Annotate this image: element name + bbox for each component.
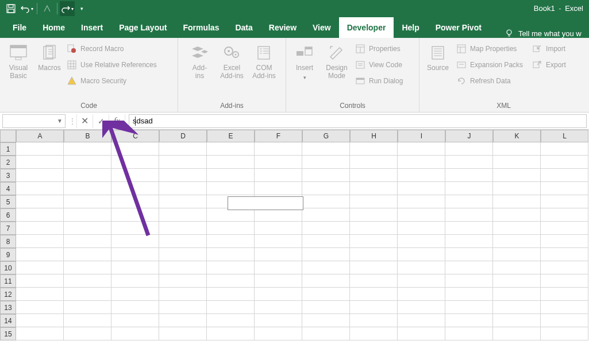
cell[interactable] <box>111 235 159 248</box>
column-header[interactable]: J <box>445 130 493 142</box>
cell[interactable] <box>445 142 493 156</box>
cell[interactable] <box>111 248 159 261</box>
view-code-button[interactable]: View Code <box>354 59 404 71</box>
cell[interactable] <box>398 288 445 301</box>
cell[interactable] <box>16 288 64 301</box>
cell[interactable] <box>64 156 111 169</box>
cell[interactable] <box>302 327 350 340</box>
tab-review[interactable]: Review <box>261 17 305 38</box>
map-properties-button[interactable]: Map Properties <box>455 42 524 55</box>
source-button[interactable]: Source <box>423 40 453 72</box>
undo-button[interactable]: ▾ <box>20 1 34 16</box>
cell[interactable] <box>207 327 255 340</box>
cell[interactable] <box>445 195 493 208</box>
cell[interactable] <box>111 314 159 327</box>
cell[interactable] <box>493 274 541 288</box>
cell[interactable] <box>159 314 207 327</box>
cell[interactable] <box>398 327 445 340</box>
cell[interactable] <box>493 235 541 248</box>
row-header[interactable]: 2 <box>0 156 16 169</box>
cell[interactable] <box>64 222 111 235</box>
cell[interactable] <box>541 301 588 314</box>
enter-button[interactable]: ✓ <box>93 114 109 128</box>
cell[interactable] <box>350 208 398 222</box>
column-header[interactable]: C <box>111 130 159 142</box>
cell[interactable] <box>255 235 302 248</box>
cell[interactable] <box>255 274 302 288</box>
cell[interactable] <box>16 235 64 248</box>
cell[interactable] <box>159 195 207 208</box>
cell[interactable] <box>445 261 493 274</box>
cell[interactable] <box>445 222 493 235</box>
cell[interactable] <box>159 301 207 314</box>
export-button[interactable]: Export <box>531 59 567 71</box>
cell[interactable] <box>493 156 541 169</box>
cell[interactable] <box>159 208 207 222</box>
tab-page-layout[interactable]: Page Layout <box>111 17 175 38</box>
cell[interactable] <box>64 208 111 222</box>
cell[interactable] <box>493 248 541 261</box>
name-box[interactable]: ▼ <box>2 114 66 128</box>
redo-button[interactable]: ▾ <box>60 1 75 16</box>
cell[interactable] <box>64 182 111 195</box>
cell[interactable] <box>159 327 207 340</box>
cell[interactable] <box>445 301 493 314</box>
row-header[interactable]: 13 <box>0 301 16 314</box>
cell[interactable] <box>64 235 111 248</box>
column-header[interactable]: G <box>302 130 350 142</box>
cell[interactable] <box>541 327 588 340</box>
cell[interactable] <box>493 195 541 208</box>
cell[interactable] <box>350 169 398 182</box>
cell[interactable] <box>350 314 398 327</box>
tab-data[interactable]: Data <box>227 17 260 38</box>
cell[interactable] <box>111 288 159 301</box>
cell[interactable] <box>207 182 255 195</box>
cell[interactable] <box>445 208 493 222</box>
row-header[interactable]: 3 <box>0 169 16 182</box>
row-header[interactable]: 5 <box>0 195 16 208</box>
tab-view[interactable]: View <box>305 17 339 38</box>
cell[interactable] <box>207 288 255 301</box>
cell[interactable] <box>493 301 541 314</box>
row-header[interactable]: 14 <box>0 314 16 327</box>
name-box-dropdown-icon[interactable]: ▼ <box>57 118 63 124</box>
column-header[interactable]: I <box>398 130 445 142</box>
cell[interactable] <box>207 261 255 274</box>
cell[interactable] <box>445 169 493 182</box>
cell[interactable] <box>350 142 398 156</box>
design-mode-button[interactable]: Design Mode <box>322 40 352 80</box>
row-header[interactable]: 15 <box>0 327 16 340</box>
row-header[interactable]: 7 <box>0 222 16 235</box>
cell[interactable] <box>302 274 350 288</box>
tab-help[interactable]: Help <box>394 17 427 38</box>
column-header[interactable]: F <box>255 130 302 142</box>
cell[interactable] <box>302 235 350 248</box>
column-header[interactable]: L <box>541 130 588 142</box>
cell[interactable] <box>207 248 255 261</box>
cell[interactable] <box>398 314 445 327</box>
cell[interactable] <box>16 261 64 274</box>
cell[interactable] <box>64 327 111 340</box>
tab-home[interactable]: Home <box>34 17 73 38</box>
cell[interactable] <box>16 327 64 340</box>
customize-qat-button[interactable]: ▾ <box>76 1 87 16</box>
row-header[interactable]: 10 <box>0 261 16 274</box>
cell[interactable] <box>16 314 64 327</box>
cell[interactable] <box>541 142 588 156</box>
column-header[interactable]: D <box>159 130 207 142</box>
cell[interactable] <box>159 142 207 156</box>
cell[interactable] <box>302 156 350 169</box>
cell[interactable] <box>159 261 207 274</box>
cell[interactable] <box>207 314 255 327</box>
cell[interactable] <box>541 195 588 208</box>
insert-button[interactable]: Insert ▾ <box>290 40 319 80</box>
cell[interactable] <box>159 248 207 261</box>
cell[interactable] <box>541 208 588 222</box>
cell[interactable] <box>493 288 541 301</box>
cell[interactable] <box>16 301 64 314</box>
cell[interactable] <box>302 169 350 182</box>
save-button[interactable] <box>3 1 18 16</box>
use-relative-references-button[interactable]: Use Relative References <box>66 59 158 71</box>
cell[interactable] <box>207 222 255 235</box>
cell[interactable] <box>64 288 111 301</box>
